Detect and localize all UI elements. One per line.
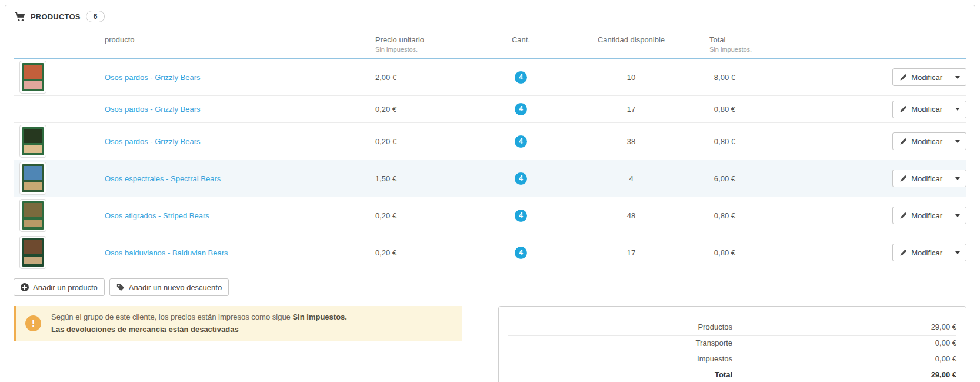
caret-down-icon — [955, 140, 960, 143]
total-row-value: 0,00 € — [732, 354, 956, 363]
modify-dropdown-toggle[interactable] — [949, 170, 966, 187]
unit-price-value: 0,20 € — [366, 137, 455, 146]
product-link[interactable]: Osos atigrados - Striped Bears — [105, 211, 209, 220]
modify-button[interactable]: Modificar — [892, 68, 949, 86]
total-price-value: 0,80 € — [675, 105, 746, 114]
add-discount-button[interactable]: Añadir un nuevo descuento — [109, 278, 229, 296]
unit-price-value: 0,20 € — [366, 248, 455, 257]
table-row: Osos espectrales - Spectral Bears 1,50 €… — [14, 160, 966, 197]
warning-line-2: Las devoluciones de mercancía están desa… — [51, 324, 347, 336]
product-link[interactable]: Osos pardos - Grizzly Bears — [105, 137, 201, 146]
total-row-label: Impuestos — [508, 354, 732, 363]
unit-price-value: 0,20 € — [366, 211, 455, 220]
card-image — [22, 201, 44, 230]
table-row: Osos atigrados - Striped Bears 0,20 € 4 … — [14, 197, 966, 234]
card-image — [22, 63, 44, 91]
available-quantity-value: 4 — [587, 174, 675, 183]
total-price-value: 0,80 € — [675, 137, 746, 146]
column-header-quantity: Cant. — [455, 35, 587, 44]
total-row-value: 29,00 € — [732, 370, 956, 379]
modify-dropdown-toggle[interactable] — [949, 68, 966, 86]
unit-price-value: 1,50 € — [366, 174, 455, 183]
total-price-value: 0,80 € — [675, 248, 746, 257]
total-price-value: 8,00 € — [675, 73, 746, 82]
product-link[interactable]: Osos espectrales - Spectral Bears — [105, 174, 221, 183]
quantity-badge: 4 — [515, 103, 527, 115]
modify-button[interactable]: Modificar — [892, 101, 949, 118]
quantity-badge: 4 — [515, 247, 527, 259]
modify-button[interactable]: Modificar — [892, 244, 949, 261]
available-quantity-value: 10 — [587, 73, 675, 82]
product-link[interactable]: Osos pardos - Grizzly Bears — [105, 73, 201, 82]
card-image — [22, 164, 44, 192]
card-image — [22, 127, 44, 155]
available-quantity-value: 17 — [587, 105, 675, 114]
total-row: Productos 29,00 € — [508, 320, 956, 336]
caret-down-icon — [955, 214, 960, 217]
pencil-icon — [899, 105, 907, 113]
caret-down-icon — [955, 251, 960, 254]
modify-dropdown-toggle[interactable] — [949, 101, 966, 118]
product-thumbnail — [19, 199, 46, 232]
product-link[interactable]: Osos balduvianos - Balduvian Bears — [105, 248, 228, 257]
actions-bar: Añadir un producto Añadir un nuevo descu… — [14, 278, 966, 296]
modify-dropdown-toggle[interactable] — [949, 207, 966, 224]
cart-icon — [15, 12, 25, 22]
modify-button[interactable]: Modificar — [892, 170, 949, 187]
row-action-group: Modificar — [892, 101, 966, 118]
modify-button[interactable]: Modificar — [892, 207, 949, 224]
column-header-unit-price: Precio unitario — [375, 35, 455, 44]
total-row: Total 29,00 € — [508, 367, 956, 382]
table-header-row: producto Precio unitario Sin impuestos. … — [14, 26, 966, 59]
add-product-button[interactable]: Añadir un producto — [14, 278, 105, 296]
total-price-value: 0,80 € — [675, 211, 746, 220]
quantity-badge: 4 — [515, 135, 527, 148]
table-row: Osos pardos - Grizzly Bears 0,20 € 4 38 … — [14, 123, 966, 160]
available-quantity-value: 17 — [587, 248, 675, 257]
modify-dropdown-toggle[interactable] — [949, 132, 966, 150]
plus-circle-icon — [21, 283, 29, 291]
column-subheader-unit-price: Sin impuestos. — [375, 46, 455, 53]
products-panel: PRODUCTOS 6 producto Precio unitario Sin… — [5, 5, 975, 382]
pencil-icon — [899, 74, 907, 81]
modify-dropdown-toggle[interactable] — [949, 244, 966, 261]
modify-button[interactable]: Modificar — [892, 132, 949, 150]
product-thumbnail — [19, 125, 46, 158]
total-row: Impuestos 0,00 € — [508, 351, 956, 367]
product-count-badge: 6 — [86, 11, 105, 22]
caret-down-icon — [955, 108, 960, 111]
row-action-group: Modificar — [892, 170, 966, 187]
pencil-icon — [899, 212, 907, 220]
warning-line-1: Según el grupo de este cliente, los prec… — [51, 311, 347, 324]
total-price-value: 6,00 € — [675, 174, 746, 183]
column-header-product: producto — [99, 35, 366, 44]
row-action-group: Modificar — [892, 244, 966, 261]
available-quantity-value: 48 — [587, 211, 675, 220]
product-link[interactable]: Osos pardos - Grizzly Bears — [105, 105, 201, 114]
warning-alert: ! Según el grupo de este cliente, los pr… — [14, 306, 462, 341]
row-action-group: Modificar — [892, 207, 966, 224]
total-row-value: 29,00 € — [732, 323, 956, 331]
quantity-badge: 4 — [515, 210, 527, 222]
total-row-label: Transporte — [508, 338, 732, 347]
warning-icon: ! — [25, 315, 41, 331]
panel-heading: PRODUCTOS 6 — [5, 5, 975, 26]
product-table-body: Osos pardos - Grizzly Bears 2,00 € 4 10 … — [14, 59, 966, 271]
row-action-group: Modificar — [892, 132, 966, 150]
column-header-available: Cantidad disponible — [587, 35, 675, 44]
product-thumbnail — [19, 162, 46, 195]
pencil-icon — [899, 138, 907, 145]
panel-title: PRODUCTOS — [31, 12, 81, 21]
total-row-label: Total — [508, 370, 732, 379]
available-quantity-value: 38 — [587, 137, 675, 146]
order-totals-box: Productos 29,00 € Transporte 0,00 € Impu… — [498, 306, 966, 382]
total-row: Transporte 0,00 € — [508, 336, 956, 351]
column-subheader-total: Sin impuestos. — [675, 46, 746, 53]
total-row-label: Productos — [508, 323, 732, 331]
total-row-value: 0,00 € — [732, 338, 956, 347]
column-header-total: Total — [675, 35, 746, 44]
product-thumbnail — [19, 236, 46, 269]
quantity-badge: 4 — [515, 172, 527, 185]
pencil-icon — [899, 249, 907, 257]
table-row: Osos pardos - Grizzly Bears 2,00 € 4 10 … — [14, 59, 966, 96]
